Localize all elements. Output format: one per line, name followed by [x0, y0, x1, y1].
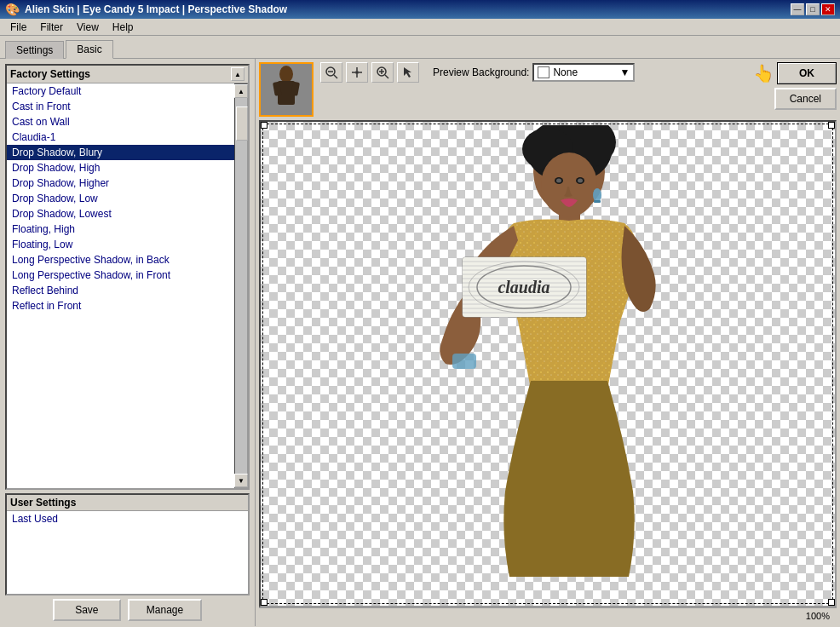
- thumbnail-svg: [261, 64, 312, 115]
- preset-reflect-in-front[interactable]: Reflect in Front: [7, 298, 234, 314]
- preset-long-perspective-front[interactable]: Long Perspective Shadow, in Front: [7, 267, 234, 283]
- preset-claudia-1[interactable]: Claudia-1: [7, 129, 234, 145]
- zoom-in-icon: [376, 66, 389, 79]
- ok-button[interactable]: OK: [777, 62, 837, 84]
- svg-point-21: [556, 179, 561, 183]
- bg-color-swatch: [538, 66, 549, 78]
- maximize-button[interactable]: □: [806, 3, 820, 15]
- preview-background-label: Preview Background:: [433, 66, 529, 78]
- minimize-button[interactable]: —: [791, 3, 804, 15]
- preset-drop-shadow-higher[interactable]: Drop Shadow, Higher: [7, 175, 234, 191]
- scroll-down-arrow[interactable]: ▼: [234, 474, 248, 487]
- svg-rect-25: [452, 354, 476, 369]
- handle-tl[interactable]: [261, 122, 268, 129]
- ok-arrow-indicator: 👆: [753, 63, 774, 83]
- scroll-up-button[interactable]: ▲: [231, 67, 245, 81]
- left-buttons: Save Manage: [5, 599, 250, 621]
- preset-cast-in-front[interactable]: Cast in Front: [7, 99, 234, 114]
- tab-basic[interactable]: Basic: [66, 40, 112, 59]
- preview-toolbar: Preview Background: None ▼: [320, 62, 768, 83]
- figure-svg: claudia: [403, 125, 693, 602]
- bg-value: None: [553, 66, 578, 78]
- pan-icon: [350, 66, 364, 79]
- user-last-used[interactable]: Last Used: [7, 511, 248, 526]
- handle-br[interactable]: [828, 599, 835, 606]
- preview-background-select[interactable]: None ▼: [532, 63, 635, 82]
- svg-point-18: [541, 152, 597, 217]
- svg-rect-24: [594, 200, 601, 203]
- preset-list[interactable]: Factory Default Cast in Front Cast on Wa…: [7, 83, 234, 488]
- tab-bar: Settings Basic: [0, 36, 840, 59]
- handle-tr[interactable]: [828, 122, 835, 129]
- preset-floating-high[interactable]: Floating, High: [7, 221, 234, 237]
- scroll-up-arrow[interactable]: ▲: [234, 84, 248, 98]
- zoom-in-button[interactable]: [371, 62, 394, 83]
- zoom-level: 100%: [806, 611, 830, 621]
- svg-point-22: [578, 179, 583, 183]
- main-content: Factory Settings ▲ Factory Default Cast …: [0, 59, 840, 626]
- preset-factory-default[interactable]: Factory Default: [7, 83, 234, 99]
- svg-line-7: [334, 75, 337, 78]
- preset-list-header: Factory Settings ▲: [7, 66, 248, 83]
- preset-long-perspective-back[interactable]: Long Perspective Shadow, in Back: [7, 252, 234, 267]
- preview-image: claudia: [261, 122, 835, 606]
- svg-point-23: [593, 188, 601, 202]
- preset-scrollbar[interactable]: ▲ ▼: [234, 83, 248, 488]
- preset-header-label: Factory Settings: [10, 68, 90, 80]
- preset-list-container: Factory Settings ▲ Factory Default Cast …: [5, 64, 250, 490]
- scroll-track[interactable]: [235, 98, 247, 474]
- menu-bar: File Filter View Help: [0, 19, 840, 36]
- svg-point-8: [355, 71, 359, 74]
- preset-reflect-behind[interactable]: Reflect Behind: [7, 283, 234, 298]
- dropdown-arrow-icon: ▼: [620, 66, 630, 78]
- menu-file[interactable]: File: [3, 20, 33, 35]
- pan-button[interactable]: [346, 62, 368, 83]
- preset-cast-on-wall[interactable]: Cast on Wall: [7, 114, 234, 129]
- save-button[interactable]: Save: [53, 599, 121, 621]
- svg-point-1: [279, 66, 293, 83]
- thumbnail-preview: [259, 62, 314, 117]
- menu-filter[interactable]: Filter: [33, 20, 70, 35]
- cancel-button[interactable]: Cancel: [774, 88, 837, 110]
- right-panel: Preview Background: None ▼ 👆 OK Cancel: [256, 59, 840, 626]
- window-title: Alien Skin | Eye Candy 5 Impact | Perspe…: [25, 3, 287, 15]
- left-panel: Factory Settings ▲ Factory Default Cast …: [0, 59, 256, 626]
- status-bar: 100%: [259, 607, 837, 623]
- menu-view[interactable]: View: [70, 20, 106, 35]
- tab-settings[interactable]: Settings: [5, 41, 64, 59]
- menu-help[interactable]: Help: [106, 20, 141, 35]
- zoom-out-button[interactable]: [320, 62, 342, 83]
- select-button[interactable]: [397, 62, 419, 83]
- app-icon: 🎨: [5, 3, 20, 16]
- zoom-out-icon: [325, 66, 338, 79]
- user-settings-container: User Settings Last Used: [5, 493, 250, 595]
- preset-drop-shadow-low[interactable]: Drop Shadow, Low: [7, 191, 234, 206]
- window-controls[interactable]: — □ ✕: [791, 3, 835, 15]
- preset-floating-low[interactable]: Floating, Low: [7, 237, 234, 252]
- preset-drop-shadow-lowest[interactable]: Drop Shadow, Lowest: [7, 206, 234, 221]
- handle-bl[interactable]: [261, 599, 268, 606]
- title-bar: 🎨 Alien Skin | Eye Candy 5 Impact | Pers…: [0, 0, 840, 19]
- preset-drop-shadow-high[interactable]: Drop Shadow, High: [7, 160, 234, 175]
- manage-button[interactable]: Manage: [128, 599, 202, 621]
- preview-area[interactable]: claudia: [259, 120, 837, 607]
- svg-line-12: [385, 75, 388, 78]
- close-button[interactable]: ✕: [821, 3, 835, 15]
- select-icon: [401, 66, 415, 79]
- preset-drop-shadow-blury[interactable]: Drop Shadow, Blury 👆: [7, 145, 234, 160]
- svg-text:claudia: claudia: [498, 278, 549, 296]
- user-settings-header: User Settings: [7, 495, 248, 511]
- scroll-thumb[interactable]: [236, 106, 248, 141]
